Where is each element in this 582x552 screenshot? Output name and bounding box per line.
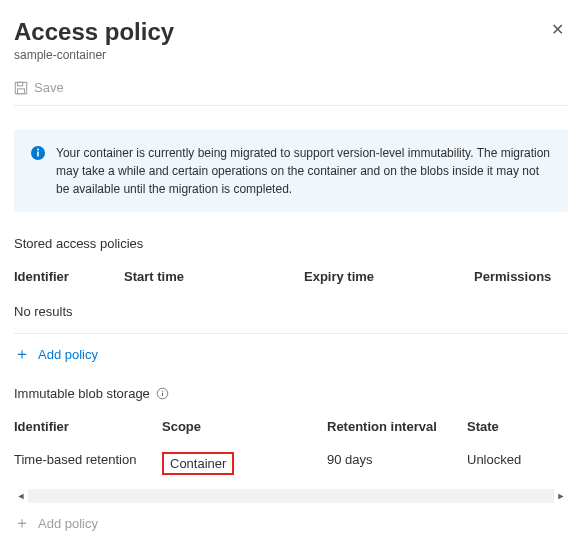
save-label: Save (34, 80, 64, 95)
save-button[interactable]: Save (14, 80, 64, 95)
close-button[interactable]: ✕ (547, 18, 568, 42)
ibs-add-policy-button: ＋ Add policy (14, 515, 568, 531)
horizontal-scrollbar[interactable]: ◄ ► (14, 489, 568, 503)
close-icon: ✕ (551, 21, 564, 38)
scope-highlight: Container (162, 452, 234, 475)
ibs-title-text: Immutable blob storage (14, 386, 150, 401)
ibs-col-identifier: Identifier (14, 419, 162, 434)
page-title: Access policy (14, 18, 174, 46)
info-icon[interactable] (156, 387, 169, 400)
access-policy-panel: Access policy sample-container ✕ Save Yo… (0, 0, 582, 551)
toolbar: Save (14, 80, 568, 106)
stored-access-policies-title: Stored access policies (14, 236, 568, 251)
svg-rect-1 (18, 82, 23, 86)
sap-col-start: Start time (124, 269, 304, 284)
ibs-row-scope: Container (162, 452, 327, 475)
migration-notice-text: Your container is currently being migrat… (56, 144, 552, 198)
sap-col-permissions: Permissions (474, 269, 568, 284)
sap-add-policy-button[interactable]: ＋ Add policy (14, 346, 568, 362)
sap-no-results: No results (14, 292, 568, 334)
header-text: Access policy sample-container (14, 18, 174, 62)
immutable-blob-storage-title: Immutable blob storage (14, 386, 568, 401)
sap-add-label: Add policy (38, 347, 98, 362)
ibs-table-header: Identifier Scope Retention interval Stat… (14, 411, 568, 442)
info-icon (30, 145, 46, 161)
svg-rect-7 (162, 393, 163, 396)
svg-point-8 (162, 390, 163, 391)
table-row[interactable]: Time-based retention Container 90 days U… (14, 442, 568, 485)
migration-notice: Your container is currently being migrat… (14, 130, 568, 212)
ibs-add-label: Add policy (38, 516, 98, 531)
svg-rect-4 (37, 152, 39, 157)
ibs-col-retention: Retention interval (327, 419, 467, 434)
svg-point-5 (37, 149, 39, 151)
ibs-row-retention: 90 days (327, 452, 467, 475)
sap-col-expiry: Expiry time (304, 269, 474, 284)
panel-header: Access policy sample-container ✕ (14, 18, 568, 62)
scroll-track[interactable] (28, 489, 554, 503)
save-icon (14, 81, 28, 95)
ibs-row-state: Unlocked (467, 452, 568, 475)
sap-col-identifier: Identifier (14, 269, 124, 284)
plus-icon: ＋ (14, 346, 30, 362)
scroll-left-icon[interactable]: ◄ (14, 489, 28, 503)
ibs-col-state: State (467, 419, 568, 434)
sap-table-header: Identifier Start time Expiry time Permis… (14, 261, 568, 292)
stored-access-policies-section: Stored access policies Identifier Start … (14, 236, 568, 362)
svg-rect-2 (18, 88, 25, 93)
plus-icon: ＋ (14, 515, 30, 531)
ibs-col-scope: Scope (162, 419, 327, 434)
container-name: sample-container (14, 48, 174, 62)
immutable-blob-storage-section: Immutable blob storage Identifier Scope … (14, 386, 568, 531)
scroll-right-icon[interactable]: ► (554, 489, 568, 503)
ibs-row-identifier: Time-based retention (14, 452, 162, 475)
